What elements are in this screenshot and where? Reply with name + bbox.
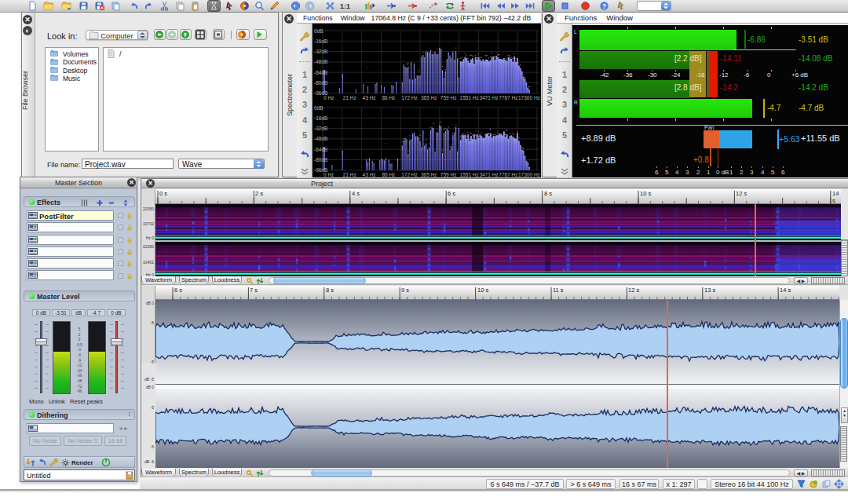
svg-text:1551 Hz: 1551 Hz (460, 172, 479, 177)
svg-text:172 Hz: 172 Hz (401, 172, 418, 177)
svg-text:-16dB: -16dB (314, 38, 327, 44)
svg-text:172 Hz: 172 Hz (401, 95, 418, 100)
svg-text:0dB: 0dB (314, 28, 323, 34)
svg-text:759 Hz: 759 Hz (440, 172, 457, 177)
svg-text:0 Hz: 0 Hz (323, 95, 334, 100)
svg-text:43 Hz: 43 Hz (363, 172, 376, 177)
svg-text:?: ? (602, 2, 606, 10)
svg-text:-48dB: -48dB (314, 136, 327, 141)
svg-text:1551 Hz: 1551 Hz (460, 95, 479, 100)
svg-text:-64dB: -64dB (314, 147, 327, 152)
svg-text:-16dB: -16dB (314, 115, 327, 121)
svg-text:-80dB: -80dB (314, 80, 327, 86)
svg-text:3471 Hz: 3471 Hz (479, 95, 498, 100)
svg-text:-32dB: -32dB (314, 49, 327, 54)
svg-text:21 Hz: 21 Hz (343, 95, 356, 100)
svg-text:365 Hz: 365 Hz (421, 95, 437, 100)
svg-text:21 Hz: 21 Hz (343, 172, 356, 177)
svg-text:-80dB: -80dB (314, 157, 327, 163)
svg-text:17300 Hz: 17300 Hz (518, 172, 540, 177)
svg-text:0 Hz: 0 Hz (323, 172, 334, 177)
svg-text:86 Hz: 86 Hz (382, 172, 395, 177)
svg-text:7767 Hz: 7767 Hz (499, 95, 517, 100)
svg-text:0dB: 0dB (314, 105, 323, 111)
svg-text:-32dB: -32dB (314, 126, 327, 131)
svg-text:759 Hz: 759 Hz (440, 95, 457, 100)
svg-text:17300 Hz: 17300 Hz (518, 95, 540, 100)
svg-text:7767 Hz: 7767 Hz (499, 172, 517, 177)
svg-text:43 Hz: 43 Hz (363, 95, 376, 100)
svg-text:365 Hz: 365 Hz (421, 172, 437, 177)
svg-text:-48dB: -48dB (314, 59, 327, 64)
svg-text:86 Hz: 86 Hz (382, 95, 395, 100)
svg-text:3471 Hz: 3471 Hz (479, 172, 498, 177)
svg-text:-64dB: -64dB (314, 70, 327, 75)
